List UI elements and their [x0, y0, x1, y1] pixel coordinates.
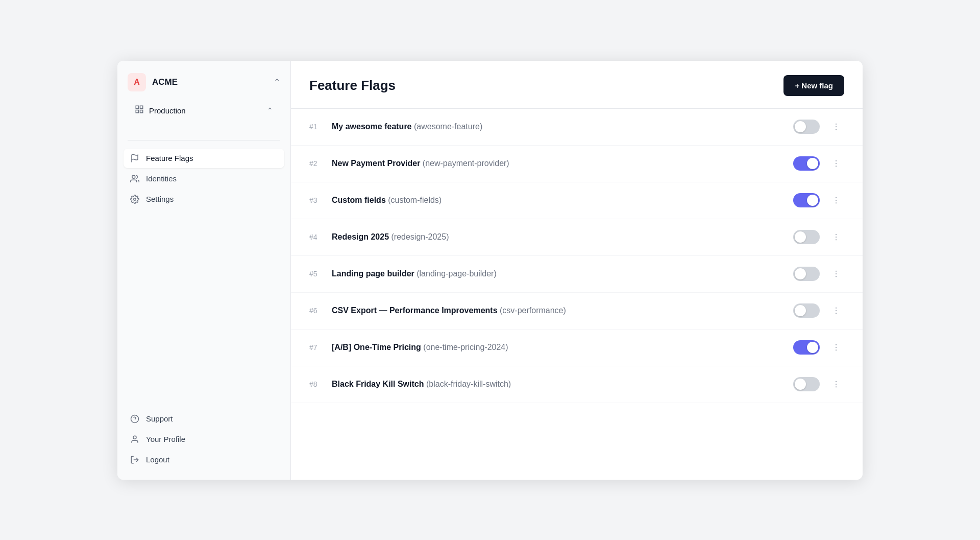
svg-point-30 — [836, 347, 837, 348]
svg-rect-2 — [140, 110, 143, 112]
brand-selector[interactable]: A ACME ⌃ — [128, 73, 280, 91]
svg-rect-0 — [136, 106, 138, 108]
flag-more-menu[interactable] — [828, 229, 844, 245]
main-content: Feature Flags + New flag #1 My awesome f… — [291, 61, 863, 480]
flag-more-menu[interactable] — [828, 339, 844, 356]
flag-more-menu[interactable] — [828, 266, 844, 282]
main-header: Feature Flags + New flag — [291, 61, 863, 109]
flag-row: #3 Custom fields (custom-fields) — [291, 182, 863, 219]
svg-point-13 — [836, 129, 837, 130]
svg-point-32 — [836, 381, 837, 382]
toggle-knob — [807, 158, 818, 169]
toggle-knob — [807, 195, 818, 206]
sidebar-item-settings[interactable]: Settings — [124, 190, 284, 209]
sidebar-bottom-nav: Support Your Profile — [117, 403, 290, 480]
flag-name: Redesign 2025 (redesign-2025) — [332, 232, 785, 242]
sidebar-item-label-identities: Identities — [146, 174, 177, 183]
flag-more-menu[interactable] — [828, 376, 844, 392]
flag-row: #2 New Payment Provider (new-payment-pro… — [291, 146, 863, 182]
svg-point-31 — [836, 349, 837, 350]
toggle-knob — [795, 379, 806, 390]
svg-point-21 — [836, 237, 837, 238]
svg-point-27 — [836, 310, 837, 311]
flag-row: #5 Landing page builder (landing-page-bu… — [291, 256, 863, 293]
toggle-knob — [795, 231, 806, 243]
flag-name: [A/B] One-Time Pricing (one-time-pricing… — [332, 343, 785, 352]
sidebar-item-label-settings: Settings — [146, 195, 174, 203]
flag-index: #1 — [309, 123, 324, 131]
flag-key: (new-payment-provider) — [423, 159, 509, 168]
flag-name: New Payment Provider (new-payment-provid… — [332, 159, 785, 168]
flag-index: #4 — [309, 233, 324, 241]
sidebar-item-label-support: Support — [146, 414, 173, 423]
svg-point-14 — [836, 160, 837, 161]
flag-key: (black-friday-kill-switch) — [426, 380, 511, 388]
svg-rect-3 — [136, 110, 138, 112]
log-out-icon — [130, 455, 140, 464]
svg-point-26 — [836, 308, 837, 309]
svg-point-16 — [836, 166, 837, 167]
flag-toggle[interactable] — [793, 377, 820, 391]
flag-more-menu[interactable] — [828, 155, 844, 172]
flag-toggle[interactable] — [793, 193, 820, 207]
flag-row: #8 Black Friday Kill Switch (black-frida… — [291, 366, 863, 403]
environment-icon — [135, 105, 144, 116]
flag-name: CSV Export — Performance Improvements (c… — [332, 306, 785, 315]
sidebar-item-identities[interactable]: Identities — [124, 169, 284, 189]
flag-name: Landing page builder (landing-page-build… — [332, 269, 785, 278]
new-flag-button[interactable]: + New flag — [783, 75, 844, 96]
flag-toggle[interactable] — [793, 120, 820, 134]
flag-toggle[interactable] — [793, 303, 820, 318]
flag-more-menu[interactable] — [828, 302, 844, 319]
sidebar-item-logout[interactable]: Logout — [124, 450, 284, 469]
flag-row: #6 CSV Export — Performance Improvements… — [291, 293, 863, 330]
flag-key: (awesome-feature) — [414, 122, 482, 131]
flag-more-menu[interactable] — [828, 119, 844, 135]
flag-row: #4 Redesign 2025 (redesign-2025) — [291, 219, 863, 256]
sidebar-item-label-your-profile: Your Profile — [146, 435, 185, 443]
flag-more-menu[interactable] — [828, 192, 844, 208]
flag-index: #8 — [309, 380, 324, 388]
svg-point-24 — [836, 273, 837, 274]
brand-avatar: A — [128, 73, 146, 91]
flag-index: #5 — [309, 270, 324, 278]
svg-point-15 — [836, 163, 837, 164]
sidebar-divider — [128, 140, 280, 140]
flag-key: (one-time-pricing-2024) — [423, 343, 508, 351]
sidebar-nav: Feature Flags Identities — [117, 149, 290, 209]
sidebar-item-label-logout: Logout — [146, 455, 169, 464]
brand-chevron-icon: ⌃ — [274, 77, 280, 87]
sidebar-item-support[interactable]: Support — [124, 409, 284, 429]
sidebar-item-feature-flags[interactable]: Feature Flags — [124, 149, 284, 168]
svg-point-17 — [836, 197, 837, 198]
svg-point-34 — [836, 386, 837, 387]
toggle-knob — [795, 121, 806, 132]
flag-toggle[interactable] — [793, 267, 820, 281]
environment-selector[interactable]: Production ⌃ — [128, 100, 280, 122]
svg-point-9 — [133, 436, 136, 439]
flag-index: #6 — [309, 307, 324, 315]
help-circle-icon — [130, 414, 140, 424]
environment-chevron-icon: ⌃ — [267, 106, 273, 114]
flag-toggle[interactable] — [793, 340, 820, 355]
flag-toggle[interactable] — [793, 230, 820, 244]
svg-rect-1 — [140, 106, 143, 108]
flag-toggle[interactable] — [793, 156, 820, 171]
settings-icon — [130, 195, 140, 204]
flag-row: #7 [A/B] One-Time Pricing (one-time-pric… — [291, 330, 863, 366]
svg-point-12 — [836, 126, 837, 127]
flag-icon — [130, 154, 140, 163]
svg-point-23 — [836, 271, 837, 272]
sidebar: A ACME ⌃ Production ⌃ — [117, 61, 291, 480]
brand-name: ACME — [152, 77, 267, 87]
svg-point-22 — [836, 239, 837, 240]
sidebar-item-your-profile[interactable]: Your Profile — [124, 430, 284, 449]
svg-point-11 — [836, 124, 837, 125]
user-icon — [130, 435, 140, 444]
svg-point-19 — [836, 202, 837, 203]
svg-point-25 — [836, 276, 837, 277]
flags-list: #1 My awesome feature (awesome-feature) … — [291, 109, 863, 480]
toggle-knob — [795, 305, 806, 316]
flag-key: (custom-fields) — [388, 196, 442, 204]
flag-row: #1 My awesome feature (awesome-feature) — [291, 109, 863, 146]
